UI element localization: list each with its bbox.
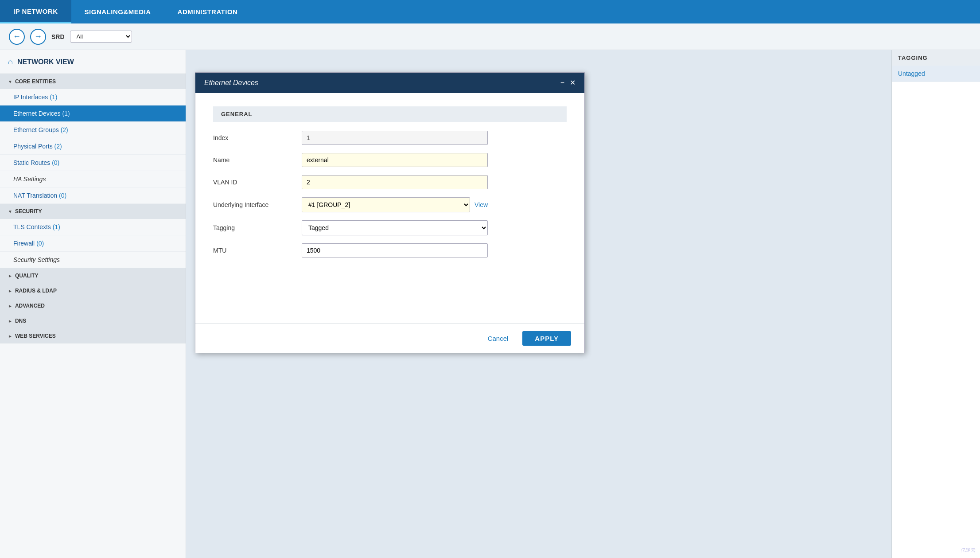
sidebar: ⌂ NETWORK VIEW ▼ CORE ENTITIES IP Interf… xyxy=(0,50,186,558)
section-core-entities[interactable]: ▼ CORE ENTITIES xyxy=(0,74,186,89)
main-layout: ⌂ NETWORK VIEW ▼ CORE ENTITIES IP Interf… xyxy=(0,50,980,558)
index-row: Index xyxy=(213,131,567,145)
network-view-header: ⌂ NETWORK VIEW xyxy=(0,50,186,74)
nav-ip-network[interactable]: IP NETWORK xyxy=(0,0,71,23)
sidebar-item-ha-settings[interactable]: HA Settings xyxy=(0,171,186,187)
general-section-header: GENERAL xyxy=(213,106,567,122)
sidebar-item-ethernet-devices[interactable]: Ethernet Devices (1) xyxy=(0,105,186,122)
cancel-button[interactable]: Cancel xyxy=(479,331,517,346)
watermark: 亿迷云 xyxy=(961,547,976,554)
dialog-header: Ethernet Devices − ✕ xyxy=(195,73,584,93)
tagging-row: Tagging Tagged Untagged xyxy=(213,220,567,235)
index-input[interactable] xyxy=(302,131,488,145)
vlan-id-input[interactable] xyxy=(302,175,488,189)
arrow-icon-web-services: ► xyxy=(8,334,12,339)
ethernet-devices-dialog: Ethernet Devices − ✕ GENERAL Index Name xyxy=(195,72,585,353)
dialog-controls: − ✕ xyxy=(560,79,576,86)
ethernet-groups-count: (2) xyxy=(61,126,68,133)
sidebar-item-ip-interfaces[interactable]: IP Interfaces (1) xyxy=(0,89,186,105)
ip-interfaces-count: (1) xyxy=(50,94,57,101)
section-dns[interactable]: ► DNS xyxy=(0,313,186,328)
static-routes-count: (0) xyxy=(52,159,59,166)
close-button[interactable]: ✕ xyxy=(570,79,576,86)
section-security[interactable]: ▼ SECURITY xyxy=(0,204,186,219)
top-nav-bar: IP NETWORK SIGNALING&MEDIA ADMINISTRATIO… xyxy=(0,0,980,23)
dialog-body: GENERAL Index Name VLAN ID xyxy=(195,93,584,324)
view-link[interactable]: View xyxy=(474,201,488,208)
right-panel-header: TAGGING xyxy=(892,50,980,66)
core-entities-label: CORE ENTITIES xyxy=(15,78,56,85)
quality-label: QUALITY xyxy=(15,273,39,279)
section-web-services[interactable]: ► WEB SERVICES xyxy=(0,328,186,343)
arrow-icon-advanced: ► xyxy=(8,304,12,308)
back-button[interactable]: ← xyxy=(9,29,25,45)
nav-signaling-media[interactable]: SIGNALING&MEDIA xyxy=(71,0,164,23)
sidebar-item-tls-contexts[interactable]: TLS Contexts (1) xyxy=(0,219,186,235)
dialog-footer: Cancel APPLY xyxy=(195,324,584,353)
physical-ports-count: (2) xyxy=(54,143,62,150)
index-label: Index xyxy=(213,134,302,141)
arrow-icon: ▼ xyxy=(8,79,12,84)
home-icon: ⌂ xyxy=(8,57,13,66)
sidebar-item-security-settings[interactable]: Security Settings xyxy=(0,252,186,268)
apply-button[interactable]: APPLY xyxy=(522,331,571,346)
mtu-input[interactable] xyxy=(302,243,488,258)
minimize-button[interactable]: − xyxy=(560,79,564,86)
vlan-id-row: VLAN ID xyxy=(213,175,567,189)
advanced-label: ADVANCED xyxy=(15,303,45,309)
section-advanced[interactable]: ► ADVANCED xyxy=(0,298,186,313)
security-settings-label: Security Settings xyxy=(13,256,60,263)
sidebar-item-static-routes[interactable]: Static Routes (0) xyxy=(0,155,186,171)
underlying-interface-label: Underlying Interface xyxy=(213,201,302,208)
nav-administration[interactable]: ADMINISTRATION xyxy=(164,0,251,23)
vlan-id-label: VLAN ID xyxy=(213,179,302,186)
sidebar-item-nat-translation[interactable]: NAT Translation (0) xyxy=(0,187,186,204)
underlying-interface-row: Underlying Interface #1 [GROUP_2] View xyxy=(213,197,567,212)
arrow-icon-radius: ► xyxy=(8,289,12,293)
section-quality[interactable]: ► QUALITY xyxy=(0,268,186,283)
forward-button[interactable]: → xyxy=(30,29,46,45)
security-label: SECURITY xyxy=(15,208,42,215)
tls-contexts-count: (1) xyxy=(53,223,60,230)
name-row: Name xyxy=(213,153,567,167)
sidebar-item-firewall[interactable]: Firewall (0) xyxy=(0,235,186,252)
underlying-interface-select[interactable]: #1 [GROUP_2] xyxy=(302,197,470,212)
network-view-label: NETWORK VIEW xyxy=(17,58,74,66)
mtu-row: MTU xyxy=(213,243,567,258)
name-input[interactable] xyxy=(302,153,488,167)
tagging-label: Tagging xyxy=(213,224,302,231)
radius-ldap-label: RADIUS & LDAP xyxy=(15,288,57,294)
dns-label: DNS xyxy=(15,318,26,324)
firewall-count: (0) xyxy=(36,240,44,247)
dialog-title: Ethernet Devices xyxy=(204,79,258,87)
underlying-interface-controls: #1 [GROUP_2] View xyxy=(302,197,488,212)
arrow-icon-dns: ► xyxy=(8,319,12,324)
section-radius-ldap[interactable]: ► RADIUS & LDAP xyxy=(0,283,186,298)
ethernet-devices-count: (1) xyxy=(62,110,70,117)
sidebar-item-physical-ports[interactable]: Physical Ports (2) xyxy=(0,138,186,155)
nat-translation-count: (0) xyxy=(59,192,66,199)
right-panel: TAGGING Untagged xyxy=(891,50,980,558)
ha-settings-label: HA Settings xyxy=(13,176,46,183)
srd-label: SRD xyxy=(51,33,65,40)
mtu-label: MTU xyxy=(213,247,302,254)
name-label: Name xyxy=(213,156,302,164)
arrow-icon-quality: ► xyxy=(8,273,12,278)
tagging-select[interactable]: Tagged Untagged xyxy=(302,220,488,235)
content-area: Ethernet Devices − ✕ GENERAL Index Name xyxy=(186,50,980,558)
web-services-label: WEB SERVICES xyxy=(15,333,56,339)
toolbar: ← → SRD All xyxy=(0,23,980,50)
right-panel-item-untagged[interactable]: Untagged xyxy=(892,66,980,82)
arrow-icon-security: ▼ xyxy=(8,209,12,214)
sidebar-item-ethernet-groups[interactable]: Ethernet Groups (2) xyxy=(0,122,186,138)
srd-select[interactable]: All xyxy=(70,31,132,43)
